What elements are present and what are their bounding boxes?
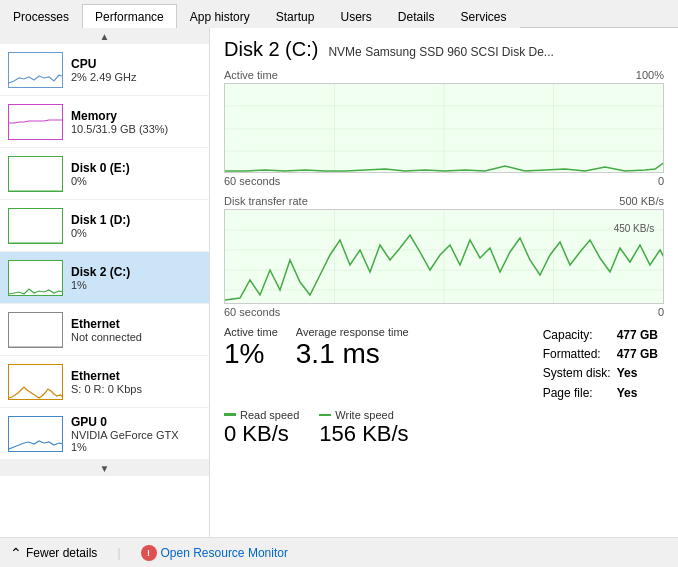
ethernet0-value: Not connected xyxy=(71,331,142,343)
disk0-value: 0% xyxy=(71,175,130,187)
disk2-value: 1% xyxy=(71,279,130,291)
disk-details-table: Capacity: 477 GB Formatted: 477 GB Syste… xyxy=(543,326,664,403)
right-stats: Capacity: 477 GB Formatted: 477 GB Syste… xyxy=(543,326,664,403)
sidebar-item-disk0[interactable]: Disk 0 (E:) 0% xyxy=(0,148,209,200)
footer-divider: | xyxy=(117,546,120,560)
svg-rect-7 xyxy=(9,417,63,452)
write-speed-value: 156 KB/s xyxy=(319,421,408,447)
ethernet0-info: Ethernet Not connected xyxy=(71,317,142,343)
sidebar-item-memory[interactable]: Memory 10.5/31.9 GB (33%) xyxy=(0,96,209,148)
fewer-details-label: Fewer details xyxy=(26,546,97,560)
read-speed-dot xyxy=(224,413,236,416)
tab-performance[interactable]: Performance xyxy=(82,4,177,28)
disk2-name: Disk 2 (C:) xyxy=(71,265,130,279)
sidebar-item-ethernet1[interactable]: Ethernet S: 0 R: 0 Kbps xyxy=(0,356,209,408)
main-panel: ▲ CPU 2% 2.49 GHz Me xyxy=(0,28,678,537)
stats-area: Active time 1% Average response time 3.1… xyxy=(224,326,664,403)
chart2-max: 500 KB/s xyxy=(619,195,664,207)
response-time-value: 3.1 ms xyxy=(296,338,409,370)
open-resource-monitor-link[interactable]: ! Open Resource Monitor xyxy=(141,545,288,561)
formatted-label: Formatted: xyxy=(543,345,617,364)
system-disk-row: System disk: Yes xyxy=(543,364,664,383)
chart2-min: 0 xyxy=(658,306,664,318)
content-panel: Disk 2 (C:) NVMe Samsung SSD 960 SCSI Di… xyxy=(210,28,678,537)
cpu-info: CPU 2% 2.49 GHz xyxy=(71,57,136,83)
memory-thumb xyxy=(8,104,63,140)
capacity-label: Capacity: xyxy=(543,326,617,345)
svg-rect-4 xyxy=(9,261,63,296)
disk2-thumb xyxy=(8,260,63,296)
disk2-info: Disk 2 (C:) 1% xyxy=(71,265,130,291)
sidebar-item-gpu0[interactable]: GPU 0 NVIDIA GeForce GTX1% xyxy=(0,408,209,460)
monitor-icon: ! xyxy=(141,545,157,561)
fewer-details-icon: ⌃ xyxy=(10,545,22,561)
chart1-time: 60 seconds xyxy=(224,175,280,187)
read-speed-block: Read speed 0 KB/s xyxy=(224,409,299,447)
footer: ⌃ Fewer details | ! Open Resource Monito… xyxy=(0,537,678,567)
cpu-value: 2% 2.49 GHz xyxy=(71,71,136,83)
sidebar-scroll-down[interactable]: ▼ xyxy=(0,460,209,476)
write-speed-block: Write speed 156 KB/s xyxy=(319,409,408,447)
disk1-info: Disk 1 (D:) 0% xyxy=(71,213,130,239)
sidebar-item-disk2[interactable]: Disk 2 (C:) 1% xyxy=(0,252,209,304)
memory-info: Memory 10.5/31.9 GB (33%) xyxy=(71,109,168,135)
fewer-details-button[interactable]: ⌃ Fewer details xyxy=(10,545,97,561)
read-speed-label: Read speed xyxy=(224,409,299,421)
disk-title: Disk 2 (C:) NVMe Samsung SSD 960 SCSI Di… xyxy=(224,38,664,61)
sidebar-item-disk1[interactable]: Disk 1 (D:) 0% xyxy=(0,200,209,252)
formatted-value: 477 GB xyxy=(617,345,664,364)
ethernet1-info: Ethernet S: 0 R: 0 Kbps xyxy=(71,369,142,395)
tab-services[interactable]: Services xyxy=(448,4,520,28)
sidebar-item-ethernet0[interactable]: Ethernet Not connected xyxy=(0,304,209,356)
cpu-name: CPU xyxy=(71,57,136,71)
transfer-rate-chart-section: Disk transfer rate 500 KB/s xyxy=(224,195,664,318)
formatted-row: Formatted: 477 GB xyxy=(543,345,664,364)
tab-bar: Processes Performance App history Startu… xyxy=(0,0,678,28)
tab-users[interactable]: Users xyxy=(327,4,384,28)
active-time-value: 1% xyxy=(224,338,278,370)
write-speed-label: Write speed xyxy=(319,409,408,421)
page-file-value: Yes xyxy=(617,384,664,403)
svg-text:450 KB/s: 450 KB/s xyxy=(614,223,655,234)
active-time-chart-section: Active time 100% xyxy=(224,69,664,187)
chart1-time-row: 60 seconds 0 xyxy=(224,175,664,187)
tab-processes[interactable]: Processes xyxy=(0,4,82,28)
ethernet1-value: S: 0 R: 0 Kbps xyxy=(71,383,142,395)
response-time-stat: Average response time 3.1 ms xyxy=(296,326,409,370)
system-disk-label: System disk: xyxy=(543,364,617,383)
capacity-value: 477 GB xyxy=(617,326,664,345)
tab-details[interactable]: Details xyxy=(385,4,448,28)
active-time-chart xyxy=(224,83,664,173)
gpu0-info: GPU 0 NVIDIA GeForce GTX1% xyxy=(71,415,179,453)
chart1-min: 0 xyxy=(658,175,664,187)
memory-value: 10.5/31.9 GB (33%) xyxy=(71,123,168,135)
chart2-time-row: 60 seconds 0 xyxy=(224,306,664,318)
disk-name: Disk 2 (C:) xyxy=(224,38,318,61)
response-time-label: Average response time xyxy=(296,326,409,338)
capacity-row: Capacity: 477 GB xyxy=(543,326,664,345)
sidebar-item-cpu[interactable]: CPU 2% 2.49 GHz xyxy=(0,44,209,96)
active-time-label: Active time xyxy=(224,326,278,338)
monitor-label: Open Resource Monitor xyxy=(161,546,288,560)
chart2-label: Disk transfer rate xyxy=(224,195,308,207)
gpu0-thumb xyxy=(8,416,63,452)
chart2-time: 60 seconds xyxy=(224,306,280,318)
chart2-label-row: Disk transfer rate 500 KB/s xyxy=(224,195,664,207)
sidebar-scroll-up[interactable]: ▲ xyxy=(0,28,209,44)
chart1-label: Active time xyxy=(224,69,278,81)
disk0-thumb xyxy=(8,156,63,192)
memory-name: Memory xyxy=(71,109,168,123)
speed-row: Read speed 0 KB/s Write speed 156 KB/s xyxy=(224,409,664,447)
tab-apphistory[interactable]: App history xyxy=(177,4,263,28)
ethernet0-name: Ethernet xyxy=(71,317,142,331)
ethernet1-name: Ethernet xyxy=(71,369,142,383)
disk0-info: Disk 0 (E:) 0% xyxy=(71,161,130,187)
disk0-name: Disk 0 (E:) xyxy=(71,161,130,175)
sidebar: ▲ CPU 2% 2.49 GHz Me xyxy=(0,28,210,537)
tab-startup[interactable]: Startup xyxy=(263,4,328,28)
gpu0-value: NVIDIA GeForce GTX1% xyxy=(71,429,179,453)
write-speed-dot xyxy=(319,413,331,416)
cpu-thumb xyxy=(8,52,63,88)
disk-subtitle: NVMe Samsung SSD 960 SCSI Disk De... xyxy=(328,45,553,59)
chart1-label-row: Active time 100% xyxy=(224,69,664,81)
